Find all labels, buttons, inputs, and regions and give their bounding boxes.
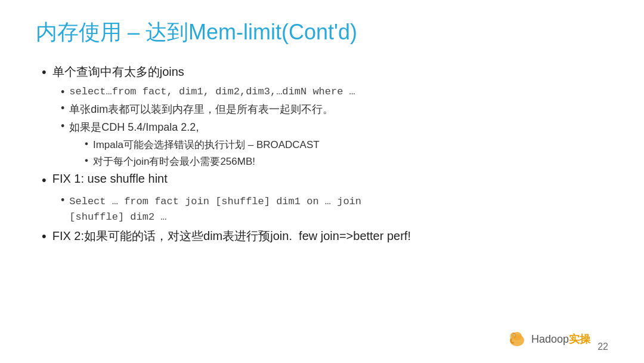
bullet-dot: • [61,194,64,207]
bullet-l1-fix1: • FIX 1: use shuffle hint [42,172,608,188]
bullet-dot: • [61,120,64,133]
bullet-l3-broadcast-text: Impala可能会选择错误的执行计划 – BROADCAST [93,138,320,152]
bullet-l2-shuffle-code: • Select … from fact join [shuffle] dim1… [61,194,608,224]
svg-point-5 [510,333,515,339]
bullet-l2-dim-memory: • 单张dim表都可以装到内存里，但是所有表一起则不行。 [61,102,608,116]
slide-container: 内存使用 – 达到Mem-limit(Cont'd) • 单个查询中有太多的jo… [0,0,644,363]
slide-number: 22 [597,342,608,352]
bullet-l2-cdh: • 如果是CDH 5.4/Impala 2.2, [61,120,608,134]
content-area: • 单个查询中有太多的joins • select…from fact, dim… [36,64,608,244]
hadoop-logo-icon [506,328,528,350]
bullet-l1-joins: • 单个查询中有太多的joins [42,64,608,80]
bullet-dot: • [85,138,88,150]
bullet-l1-fix2: • FIX 2:如果可能的话，对这些dim表进行预join. few join=… [42,228,608,244]
bullet-l1-fix2-text: FIX 2:如果可能的话，对这些dim表进行预join. few join=>b… [52,228,411,244]
bullet-l2-code1: • select…from fact, dim1, dim2,dim3,…dim… [61,86,608,99]
bullet-dot: • [61,102,64,115]
bullet-l3-256mb: • 对于每个join有时会最小需要256MB! [85,155,608,168]
logo-text: Hadoop实操 [531,332,590,346]
slide-title: 内存使用 – 达到Mem-limit(Cont'd) [36,18,608,47]
bullet-dot: • [42,173,47,188]
bullet-l1-fix1-text: FIX 1: use shuffle hint [52,172,168,186]
bullet-l2-dim-memory-text: 单张dim表都可以装到内存里，但是所有表一起则不行。 [69,102,333,116]
bullet-l2-cdh-text: 如果是CDH 5.4/Impala 2.2, [69,120,199,134]
bullet-l1-joins-text: 单个查询中有太多的joins [52,64,184,80]
bullet-dot: • [42,229,47,244]
bullet-l3-256mb-text: 对于每个join有时会最小需要256MB! [93,155,255,168]
bullet-dot: • [85,155,88,167]
svg-point-4 [515,334,515,335]
bullet-l2-code1-text: select…from fact, dim1, dim2,dim3,…dimN … [69,86,355,97]
logo-area: Hadoop实操 [506,328,590,350]
bullet-dot: • [42,64,47,80]
bullet-l2-shuffle-code-text: Select … from fact join [shuffle] dim1 o… [69,194,361,224]
bullet-dot: • [61,86,64,99]
bullet-l3-broadcast: • Impala可能会选择错误的执行计划 – BROADCAST [85,138,608,152]
